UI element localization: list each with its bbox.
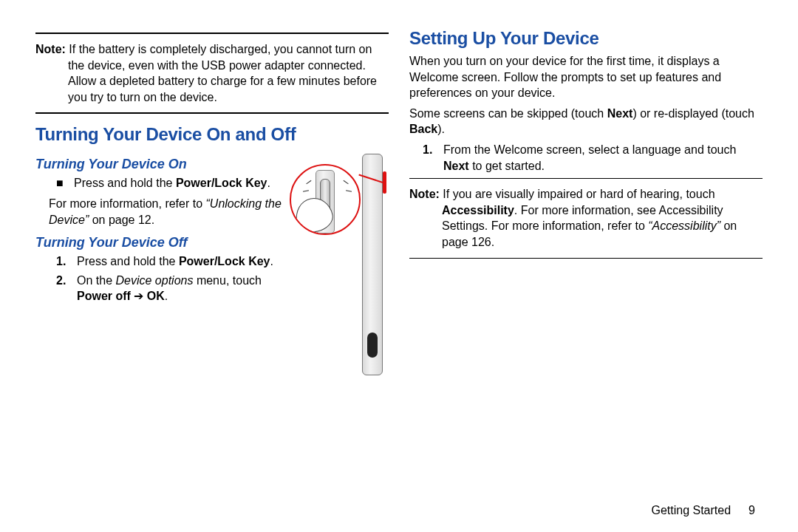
subheading-turning-on: Turning Your Device On <box>35 157 284 172</box>
motion-line-icon <box>306 180 311 185</box>
manual-page: Note: If the battery is completely disch… <box>0 0 798 532</box>
note-accessibility: Note: If you are visually impaired or ha… <box>409 185 763 253</box>
heading-turning-on-off: Turning Your Device On and Off <box>35 124 389 145</box>
page-footer: Getting Started9 <box>651 504 755 517</box>
more-info-unlock: For more information, refer to “Unlockin… <box>35 196 284 228</box>
device-camera-icon <box>367 332 378 358</box>
bullet-text: Press and hold the Power/Lock Key. <box>74 175 270 191</box>
step-text: From the Welcome screen, select a langua… <box>443 142 763 174</box>
power-key-highlight-icon <box>383 171 386 194</box>
rule <box>409 258 763 259</box>
step-number: 1. <box>423 142 436 174</box>
subheading-turning-off: Turning Your Device Off <box>35 235 284 250</box>
step-2-off: 2. On the Device options menu, touch Pow… <box>35 273 284 304</box>
step-text: Press and hold the Power/Lock Key. <box>77 253 273 270</box>
motion-line-icon <box>303 191 309 193</box>
step-number: 1. <box>56 253 69 270</box>
rule <box>35 33 389 34</box>
step-number: 2. <box>56 273 69 304</box>
note-label: Note: <box>35 43 66 55</box>
on-off-content: Turning Your Device On ■ Press and hold … <box>35 149 389 375</box>
rule <box>35 112 389 114</box>
note-battery: Note: If the battery is completely disch… <box>35 40 389 108</box>
left-column: Note: If the battery is completely disch… <box>35 28 389 517</box>
note-body: If you are visually impaired or hard of … <box>442 188 737 248</box>
setup-intro-1: When you turn on your device for the fir… <box>409 53 763 101</box>
motion-line-icon <box>346 191 352 193</box>
callout-circle-icon <box>290 164 361 235</box>
footer-page-number: 9 <box>748 504 755 516</box>
footer-section: Getting Started <box>651 504 731 516</box>
device-power-illustration <box>293 154 389 375</box>
heading-setting-up: Setting Up Your Device <box>409 28 763 49</box>
on-off-text: Turning Your Device On ■ Press and hold … <box>35 149 284 307</box>
step-1-setup: 1. From the Welcome screen, select a lan… <box>409 142 763 174</box>
note-body: If the battery is completely discharged,… <box>68 43 377 103</box>
rule <box>409 178 763 179</box>
bullet-power-on: ■ Press and hold the Power/Lock Key. <box>35 175 284 191</box>
step-text: On the Device options menu, touch Power … <box>77 273 284 304</box>
right-column: Setting Up Your Device When you turn on … <box>409 28 763 517</box>
setup-intro-2: Some screens can be skipped (touch Next)… <box>409 106 763 137</box>
step-1-off: 1. Press and hold the Power/Lock Key. <box>35 253 284 270</box>
motion-line-icon <box>343 180 348 185</box>
note-label: Note: <box>409 188 440 200</box>
square-bullet-icon: ■ <box>56 175 64 191</box>
